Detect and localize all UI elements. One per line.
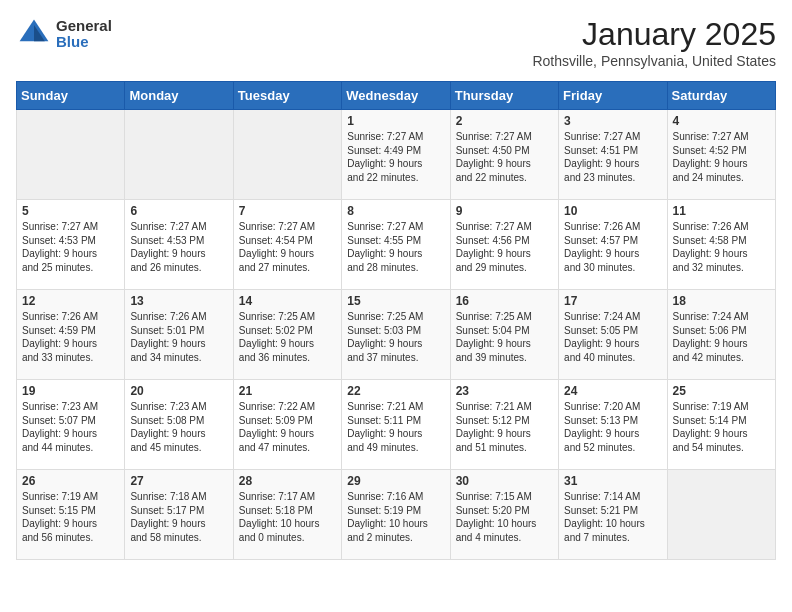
location: Rothsville, Pennsylvania, United States (532, 53, 776, 69)
day-info: Sunrise: 7:27 AM Sunset: 4:53 PM Dayligh… (130, 220, 227, 274)
calendar-cell: 15Sunrise: 7:25 AM Sunset: 5:03 PM Dayli… (342, 290, 450, 380)
calendar-header-friday: Friday (559, 82, 667, 110)
calendar-week-row: 5Sunrise: 7:27 AM Sunset: 4:53 PM Daylig… (17, 200, 776, 290)
day-info: Sunrise: 7:27 AM Sunset: 4:52 PM Dayligh… (673, 130, 770, 184)
day-info: Sunrise: 7:26 AM Sunset: 4:58 PM Dayligh… (673, 220, 770, 274)
calendar-cell: 17Sunrise: 7:24 AM Sunset: 5:05 PM Dayli… (559, 290, 667, 380)
day-number: 29 (347, 474, 444, 488)
calendar-table: SundayMondayTuesdayWednesdayThursdayFrid… (16, 81, 776, 560)
day-info: Sunrise: 7:23 AM Sunset: 5:07 PM Dayligh… (22, 400, 119, 454)
day-info: Sunrise: 7:22 AM Sunset: 5:09 PM Dayligh… (239, 400, 336, 454)
calendar-header-row: SundayMondayTuesdayWednesdayThursdayFrid… (17, 82, 776, 110)
logo-icon (16, 16, 52, 52)
calendar-cell: 28Sunrise: 7:17 AM Sunset: 5:18 PM Dayli… (233, 470, 341, 560)
day-number: 24 (564, 384, 661, 398)
day-info: Sunrise: 7:27 AM Sunset: 4:56 PM Dayligh… (456, 220, 553, 274)
page-container: General Blue January 2025 Rothsville, Pe… (0, 0, 792, 570)
calendar-cell (667, 470, 775, 560)
day-info: Sunrise: 7:23 AM Sunset: 5:08 PM Dayligh… (130, 400, 227, 454)
logo-blue-text: Blue (56, 34, 112, 51)
calendar-week-row: 1Sunrise: 7:27 AM Sunset: 4:49 PM Daylig… (17, 110, 776, 200)
calendar-cell: 9Sunrise: 7:27 AM Sunset: 4:56 PM Daylig… (450, 200, 558, 290)
calendar-cell: 12Sunrise: 7:26 AM Sunset: 4:59 PM Dayli… (17, 290, 125, 380)
day-info: Sunrise: 7:15 AM Sunset: 5:20 PM Dayligh… (456, 490, 553, 544)
day-info: Sunrise: 7:25 AM Sunset: 5:02 PM Dayligh… (239, 310, 336, 364)
day-number: 9 (456, 204, 553, 218)
calendar-week-row: 19Sunrise: 7:23 AM Sunset: 5:07 PM Dayli… (17, 380, 776, 470)
calendar-header-saturday: Saturday (667, 82, 775, 110)
day-info: Sunrise: 7:26 AM Sunset: 5:01 PM Dayligh… (130, 310, 227, 364)
calendar-cell: 16Sunrise: 7:25 AM Sunset: 5:04 PM Dayli… (450, 290, 558, 380)
day-number: 16 (456, 294, 553, 308)
day-number: 28 (239, 474, 336, 488)
calendar-header-monday: Monday (125, 82, 233, 110)
calendar-cell: 14Sunrise: 7:25 AM Sunset: 5:02 PM Dayli… (233, 290, 341, 380)
day-info: Sunrise: 7:17 AM Sunset: 5:18 PM Dayligh… (239, 490, 336, 544)
day-number: 12 (22, 294, 119, 308)
calendar-cell: 20Sunrise: 7:23 AM Sunset: 5:08 PM Dayli… (125, 380, 233, 470)
header: General Blue January 2025 Rothsville, Pe… (16, 16, 776, 69)
day-number: 13 (130, 294, 227, 308)
calendar-cell: 6Sunrise: 7:27 AM Sunset: 4:53 PM Daylig… (125, 200, 233, 290)
day-number: 5 (22, 204, 119, 218)
day-number: 17 (564, 294, 661, 308)
calendar-cell: 13Sunrise: 7:26 AM Sunset: 5:01 PM Dayli… (125, 290, 233, 380)
day-number: 6 (130, 204, 227, 218)
day-info: Sunrise: 7:14 AM Sunset: 5:21 PM Dayligh… (564, 490, 661, 544)
day-info: Sunrise: 7:20 AM Sunset: 5:13 PM Dayligh… (564, 400, 661, 454)
calendar-cell: 4Sunrise: 7:27 AM Sunset: 4:52 PM Daylig… (667, 110, 775, 200)
day-number: 20 (130, 384, 227, 398)
calendar-cell: 2Sunrise: 7:27 AM Sunset: 4:50 PM Daylig… (450, 110, 558, 200)
day-number: 1 (347, 114, 444, 128)
calendar-cell: 31Sunrise: 7:14 AM Sunset: 5:21 PM Dayli… (559, 470, 667, 560)
day-info: Sunrise: 7:21 AM Sunset: 5:12 PM Dayligh… (456, 400, 553, 454)
title-block: January 2025 Rothsville, Pennsylvania, U… (532, 16, 776, 69)
calendar-cell (233, 110, 341, 200)
calendar-week-row: 26Sunrise: 7:19 AM Sunset: 5:15 PM Dayli… (17, 470, 776, 560)
calendar-cell: 23Sunrise: 7:21 AM Sunset: 5:12 PM Dayli… (450, 380, 558, 470)
day-number: 14 (239, 294, 336, 308)
calendar-cell: 7Sunrise: 7:27 AM Sunset: 4:54 PM Daylig… (233, 200, 341, 290)
day-number: 31 (564, 474, 661, 488)
calendar-cell: 10Sunrise: 7:26 AM Sunset: 4:57 PM Dayli… (559, 200, 667, 290)
calendar-cell: 26Sunrise: 7:19 AM Sunset: 5:15 PM Dayli… (17, 470, 125, 560)
calendar-header-wednesday: Wednesday (342, 82, 450, 110)
day-info: Sunrise: 7:19 AM Sunset: 5:14 PM Dayligh… (673, 400, 770, 454)
day-number: 10 (564, 204, 661, 218)
logo-text: General Blue (56, 18, 112, 51)
day-info: Sunrise: 7:21 AM Sunset: 5:11 PM Dayligh… (347, 400, 444, 454)
day-info: Sunrise: 7:27 AM Sunset: 4:55 PM Dayligh… (347, 220, 444, 274)
day-info: Sunrise: 7:24 AM Sunset: 5:06 PM Dayligh… (673, 310, 770, 364)
day-number: 22 (347, 384, 444, 398)
calendar-header-thursday: Thursday (450, 82, 558, 110)
month-title: January 2025 (532, 16, 776, 53)
day-number: 21 (239, 384, 336, 398)
day-info: Sunrise: 7:26 AM Sunset: 4:57 PM Dayligh… (564, 220, 661, 274)
day-number: 15 (347, 294, 444, 308)
calendar-cell: 24Sunrise: 7:20 AM Sunset: 5:13 PM Dayli… (559, 380, 667, 470)
calendar-cell: 1Sunrise: 7:27 AM Sunset: 4:49 PM Daylig… (342, 110, 450, 200)
calendar-cell: 25Sunrise: 7:19 AM Sunset: 5:14 PM Dayli… (667, 380, 775, 470)
day-info: Sunrise: 7:26 AM Sunset: 4:59 PM Dayligh… (22, 310, 119, 364)
calendar-cell: 8Sunrise: 7:27 AM Sunset: 4:55 PM Daylig… (342, 200, 450, 290)
day-number: 7 (239, 204, 336, 218)
day-info: Sunrise: 7:19 AM Sunset: 5:15 PM Dayligh… (22, 490, 119, 544)
calendar-cell: 11Sunrise: 7:26 AM Sunset: 4:58 PM Dayli… (667, 200, 775, 290)
day-info: Sunrise: 7:25 AM Sunset: 5:03 PM Dayligh… (347, 310, 444, 364)
calendar-cell: 5Sunrise: 7:27 AM Sunset: 4:53 PM Daylig… (17, 200, 125, 290)
day-number: 4 (673, 114, 770, 128)
day-info: Sunrise: 7:24 AM Sunset: 5:05 PM Dayligh… (564, 310, 661, 364)
day-info: Sunrise: 7:27 AM Sunset: 4:54 PM Dayligh… (239, 220, 336, 274)
calendar-cell: 29Sunrise: 7:16 AM Sunset: 5:19 PM Dayli… (342, 470, 450, 560)
calendar-cell: 27Sunrise: 7:18 AM Sunset: 5:17 PM Dayli… (125, 470, 233, 560)
day-info: Sunrise: 7:18 AM Sunset: 5:17 PM Dayligh… (130, 490, 227, 544)
calendar-week-row: 12Sunrise: 7:26 AM Sunset: 4:59 PM Dayli… (17, 290, 776, 380)
day-number: 25 (673, 384, 770, 398)
calendar-cell: 21Sunrise: 7:22 AM Sunset: 5:09 PM Dayli… (233, 380, 341, 470)
calendar-cell: 18Sunrise: 7:24 AM Sunset: 5:06 PM Dayli… (667, 290, 775, 380)
calendar-header-sunday: Sunday (17, 82, 125, 110)
day-number: 8 (347, 204, 444, 218)
day-info: Sunrise: 7:27 AM Sunset: 4:51 PM Dayligh… (564, 130, 661, 184)
day-number: 27 (130, 474, 227, 488)
day-number: 18 (673, 294, 770, 308)
